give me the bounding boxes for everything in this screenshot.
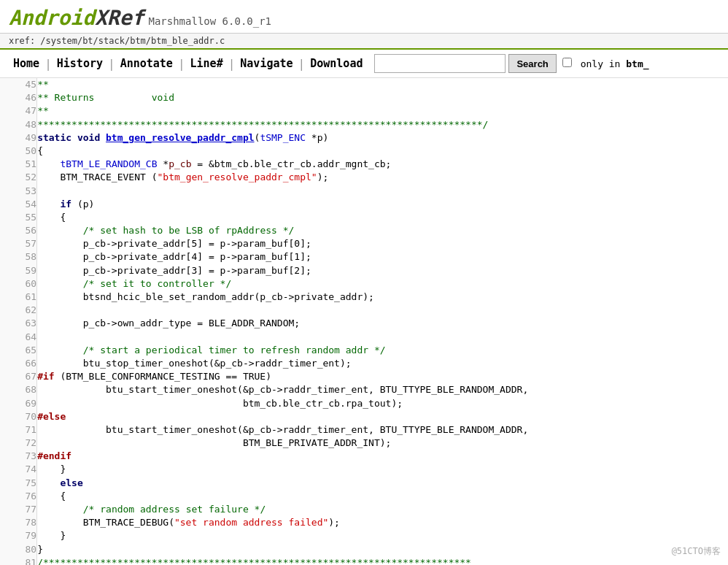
line-number: 80 [0, 543, 37, 556]
code-line: p_cb->private_addr[3] = p->param_buf[2]; [37, 264, 728, 277]
code-line: p_cb->private_addr[4] = p->param_buf[1]; [37, 250, 728, 264]
logo-xref: XRef [95, 6, 144, 30]
line-number: 45 [0, 78, 37, 91]
table-row: 77 /* random address set failure */ [0, 503, 728, 516]
code-line: #endif [37, 450, 728, 463]
table-row: 48**************************************… [0, 118, 728, 131]
line-number: 75 [0, 477, 37, 490]
code-line: static void btm_gen_resolve_paddr_cmpl(t… [37, 131, 728, 145]
code-line: BTM_BLE_PRIVATE_ADDR_INT); [37, 437, 728, 450]
line-number: 62 [0, 304, 37, 317]
table-row: 81/*************************************… [0, 556, 728, 565]
table-row: 79 } [0, 529, 728, 542]
table-row: 46** Returns void [0, 91, 728, 104]
table-row: 59 p_cb->private_addr[3] = p->param_buf[… [0, 264, 728, 277]
logo-android: Android [9, 6, 95, 30]
code-line: if (p) [37, 198, 728, 211]
sep5: | [298, 57, 306, 71]
code-line: ****************************************… [37, 118, 728, 131]
code-line: p_cb->private_addr[5] = p->param_buf[0]; [37, 237, 728, 250]
nav-annotate[interactable]: Annotate [116, 57, 177, 70]
code-line: /* set hash to be LSB of rpAddress */ [37, 224, 728, 237]
line-number: 63 [0, 317, 37, 330]
line-number: 76 [0, 490, 37, 503]
table-row: 56 /* set hash to be LSB of rpAddress */ [0, 224, 728, 237]
line-number: 58 [0, 250, 37, 264]
code-line: tBTM_LE_RANDOM_CB *p_cb = &btm_cb.ble_ct… [37, 158, 728, 171]
table-row: 47** [0, 104, 728, 118]
header: AndroidXRefMarshmallow 6.0.0_r1 [0, 0, 728, 34]
nav-history[interactable]: History [53, 57, 107, 70]
table-row: 65 /* start a periodical timer to refres… [0, 344, 728, 357]
line-number: 68 [0, 383, 37, 396]
nav-navigate[interactable]: Navigate [236, 57, 297, 70]
line-number: 67 [0, 370, 37, 383]
code-line: BTM_TRACE_EVENT ("btm_gen_resolve_paddr_… [37, 171, 728, 184]
line-number: 51 [0, 158, 37, 171]
line-number: 65 [0, 344, 37, 357]
navbar: Home | History | Annotate | Line# | Navi… [0, 50, 728, 78]
search-input[interactable] [374, 54, 506, 73]
line-number: 74 [0, 463, 37, 476]
nav-line[interactable]: Line# [186, 57, 228, 70]
line-number: 81 [0, 556, 37, 565]
code-line: ** [37, 104, 728, 118]
code-line: else [37, 477, 728, 490]
line-number: 52 [0, 171, 37, 184]
table-row: 55 { [0, 211, 728, 224]
only-in-checkbox[interactable] [562, 58, 572, 67]
code-line: #else [37, 410, 728, 423]
code-line: btsnd_hcic_ble_set_random_addr(p_cb->pri… [37, 291, 728, 304]
code-line [37, 304, 728, 317]
code-line: btu_start_timer_oneshot(&p_cb->raddr_tim… [37, 423, 728, 437]
line-number: 70 [0, 410, 37, 423]
line-number: 57 [0, 237, 37, 250]
table-row: 52 BTM_TRACE_EVENT ("btm_gen_resolve_pad… [0, 171, 728, 184]
table-row: 69 btm_cb.ble_ctr_cb.rpa_tout); [0, 397, 728, 410]
table-row: 63 p_cb->own_addr_type = BLE_ADDR_RANDOM… [0, 317, 728, 330]
breadcrumb: xref: /system/bt/stack/btm/btm_ble_addr.… [0, 34, 728, 50]
search-button[interactable]: Search [508, 54, 556, 73]
line-number: 46 [0, 91, 37, 104]
line-number: 50 [0, 145, 37, 158]
line-number: 61 [0, 291, 37, 304]
line-number: 54 [0, 198, 37, 211]
table-row: 76 { [0, 490, 728, 503]
code-line [37, 331, 728, 344]
table-row: 54 if (p) [0, 198, 728, 211]
code-line [37, 185, 728, 198]
table-row: 73#endif [0, 450, 728, 463]
table-row: 62 [0, 304, 728, 317]
table-row: 49static void btm_gen_resolve_paddr_cmpl… [0, 131, 728, 145]
line-number: 64 [0, 331, 37, 344]
code-line: /***************************************… [37, 556, 728, 565]
code-line: { [37, 211, 728, 224]
code-line: } [37, 543, 728, 556]
table-row: 67#if (BTM_BLE_CONFORMANCE_TESTING == TR… [0, 370, 728, 383]
sep4: | [228, 57, 236, 71]
table-row: 64 [0, 331, 728, 344]
table-row: 78 BTM_TRACE_DEBUG("set random address f… [0, 516, 728, 529]
table-row: 72 BTM_BLE_PRIVATE_ADDR_INT); [0, 437, 728, 450]
code-container: 45**46** Returns void47**48*************… [0, 78, 728, 565]
code-line: #if (BTM_BLE_CONFORMANCE_TESTING == TRUE… [37, 370, 728, 383]
sep2: | [108, 57, 115, 71]
table-row: 71 btu_start_timer_oneshot(&p_cb->raddr_… [0, 423, 728, 437]
table-row: 51 tBTM_LE_RANDOM_CB *p_cb = &btm_cb.ble… [0, 158, 728, 171]
line-number: 53 [0, 185, 37, 198]
code-line: { [37, 145, 728, 158]
code-line: /* set it to controller */ [37, 277, 728, 291]
code-line: BTM_TRACE_DEBUG("set random address fail… [37, 516, 728, 529]
table-row: 58 p_cb->private_addr[4] = p->param_buf[… [0, 250, 728, 264]
code-line: /* random address set failure */ [37, 503, 728, 516]
line-number: 72 [0, 437, 37, 450]
line-number: 49 [0, 131, 37, 145]
line-number: 56 [0, 224, 37, 237]
table-row: 75 else [0, 477, 728, 490]
table-row: 53 [0, 185, 728, 198]
line-number: 78 [0, 516, 37, 529]
nav-home[interactable]: Home [9, 57, 44, 70]
table-row: 66 btu_stop_timer_oneshot(&p_cb->raddr_t… [0, 357, 728, 370]
nav-download[interactable]: Download [306, 57, 367, 70]
table-row: 50{ [0, 145, 728, 158]
